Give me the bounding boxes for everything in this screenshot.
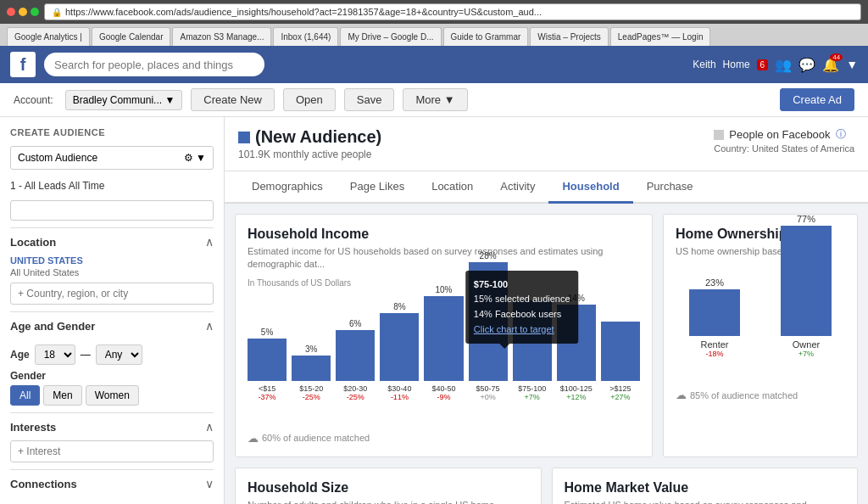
cloud-icon: ☁ — [248, 432, 259, 445]
bar-rect-1[interactable] — [292, 356, 331, 381]
home-market-title: Home Market Value — [565, 480, 846, 496]
more-button[interactable]: More ▼ — [403, 88, 467, 111]
ownership-footer: ☁ 85% of audience matched — [676, 389, 845, 401]
tab-google-analytics[interactable]: Google Analytics | — [7, 27, 90, 46]
location-section: Location ∧ UNITED STATES All United Stat… — [10, 227, 214, 305]
tab-wistia[interactable]: Wistia – Projects — [530, 27, 608, 46]
income-bar-chart: 5%<$15-37%3%$15-20-25%6%$20-30-25%8%$30-… — [248, 291, 640, 427]
bar-rect-8[interactable] — [601, 322, 640, 381]
age-max-select[interactable]: Any — [96, 344, 142, 365]
tab-google-calendar[interactable]: Google Calendar — [92, 27, 171, 46]
gender-men-btn[interactable]: Men — [43, 385, 81, 406]
interests-header[interactable]: Interests ∧ — [10, 412, 214, 440]
connections-expand-icon: ∨ — [205, 477, 214, 490]
chevron-icon: ⚙ ▼ — [184, 152, 206, 164]
income-bar-3[interactable]: 8%$30-40-11% — [380, 302, 419, 401]
fb-home-label[interactable]: Home — [723, 59, 750, 70]
gender-row: All Men Women — [10, 385, 214, 406]
tab-my-drive[interactable]: My Drive – Google D... — [340, 27, 441, 46]
bar-pct-4: 10% — [435, 285, 452, 294]
fb-friends-icon[interactable]: 👥 — [775, 57, 792, 73]
bar-change-3: -11% — [391, 393, 409, 401]
ownership-bar-chart: 23%Renter-18%77%Owner+7% — [676, 265, 845, 384]
people-country: Country: United States of America — [714, 143, 854, 154]
fb-messages-icon[interactable]: 💬 — [798, 57, 815, 73]
household-size-card: Household Size Number of adults and chil… — [235, 468, 542, 504]
ownership-rect-1[interactable] — [781, 226, 832, 336]
audience-preset-input[interactable] — [10, 200, 214, 221]
bar-label-2: $20-30 — [343, 384, 367, 393]
maximize-btn[interactable] — [31, 8, 39, 16]
people-on-fb-label: People on Facebook ⓘ — [714, 127, 854, 142]
bar-label-8: >$125 — [609, 384, 631, 393]
create-new-button[interactable]: Create New — [191, 88, 275, 111]
tab-purchase[interactable]: Purchase — [633, 171, 707, 204]
bar-rect-4[interactable] — [424, 296, 463, 381]
audience-color-square — [238, 132, 250, 143]
audience-header: (New Audience) 101.9K monthly active peo… — [225, 117, 868, 171]
tab-activity[interactable]: Activity — [487, 171, 548, 204]
bar-pct-2: 6% — [349, 319, 361, 328]
income-bar-1[interactable]: 3%$15-20-25% — [292, 344, 331, 401]
income-bar-8[interactable]: >$125+27% — [601, 320, 640, 401]
age-gender-expand-icon: ∧ — [205, 319, 214, 333]
connections-header[interactable]: Connections ∨ — [10, 469, 214, 497]
window-controls — [7, 8, 39, 16]
location-country: UNITED STATES — [10, 255, 214, 266]
tab-location[interactable]: Location — [418, 171, 487, 204]
bar-rect-5[interactable]: $75-10015% selected audience14% Facebook… — [469, 262, 508, 381]
fb-notifications-icon[interactable]: 🔔44 — [822, 57, 839, 73]
fb-search-input[interactable] — [44, 53, 264, 76]
location-sub: All United States — [10, 267, 214, 277]
household-income-title: Household Income — [248, 227, 640, 242]
ownership-change-1: +7% — [798, 350, 814, 358]
income-bar-4[interactable]: 10%$40-50-9% — [424, 285, 463, 401]
tab-grammar[interactable]: Guide to Grammar — [443, 27, 529, 46]
tab-page-likes[interactable]: Page Likes — [337, 171, 418, 204]
open-button[interactable]: Open — [283, 88, 336, 111]
income-bar-5[interactable]: 28%$75-10015% selected audience14% Faceb… — [469, 251, 508, 401]
gender-women-btn[interactable]: Women — [86, 385, 139, 406]
bar-rect-0[interactable] — [248, 339, 287, 381]
ownership-pct-1: 77% — [797, 214, 815, 224]
connections-section: Connections ∨ — [10, 469, 214, 497]
fb-nav-right: Keith Home 6 👥 💬 🔔44 ▼ — [693, 57, 858, 73]
charts-area: Household Income Estimated income for US… — [225, 204, 868, 468]
ownership-rect-0[interactable] — [689, 289, 740, 336]
bar-change-2: -25% — [347, 393, 364, 401]
bar-label-3: $30-40 — [387, 384, 411, 393]
tab-leadpages[interactable]: LeadPages™ — Login — [610, 27, 711, 46]
ownership-bar-1[interactable]: 77%Owner+7% — [767, 214, 845, 358]
ownership-change-0: -18% — [705, 350, 723, 358]
url-bar[interactable]: 🔒 https://www.facebook.com/ads/audience_… — [44, 3, 861, 20]
gender-all-btn[interactable]: All — [10, 385, 40, 406]
age-gender-header[interactable]: Age and Gender ∧ — [10, 311, 214, 339]
income-footer: ☁ 60% of audience matched — [248, 432, 640, 445]
facebook-navbar: f Keith Home 6 👥 💬 🔔44 ▼ — [0, 46, 868, 83]
tab-amazon-s3[interactable]: Amazon S3 Manage... — [172, 27, 271, 46]
bar-label-6: $75-100 — [518, 384, 546, 393]
income-bar-2[interactable]: 6%$20-30-25% — [336, 319, 375, 401]
interest-input[interactable] — [10, 440, 214, 462]
account-selector[interactable]: Bradley Communi... ▼ — [65, 90, 183, 110]
tab-inbox[interactable]: Inbox (1,644) — [273, 27, 338, 46]
location-section-title: Location — [10, 236, 56, 249]
save-button[interactable]: Save — [344, 88, 395, 111]
ownership-cloud-icon: ☁ — [676, 389, 687, 401]
url-text: https://www.facebook.com/ads/audience_in… — [65, 7, 542, 17]
create-ad-button[interactable]: Create Ad — [780, 88, 854, 111]
ownership-bar-0[interactable]: 23%Renter-18% — [676, 277, 754, 358]
fb-settings-icon[interactable]: ▼ — [846, 58, 858, 71]
minimize-btn[interactable] — [19, 8, 27, 16]
bar-rect-2[interactable] — [336, 330, 375, 381]
age-min-select[interactable]: 18 — [35, 344, 75, 365]
location-section-header[interactable]: Location ∧ — [10, 227, 214, 255]
close-btn[interactable] — [7, 8, 15, 16]
bar-rect-3[interactable] — [380, 313, 419, 381]
location-input[interactable] — [10, 283, 214, 305]
lock-icon: 🔒 — [52, 8, 62, 17]
custom-audience-dropdown[interactable]: Custom Audience ⚙ ▼ — [10, 146, 214, 170]
tab-demographics[interactable]: Demographics — [238, 171, 337, 204]
tab-household[interactable]: Household — [548, 171, 632, 204]
income-bar-0[interactable]: 5%<$15-37% — [248, 328, 287, 401]
